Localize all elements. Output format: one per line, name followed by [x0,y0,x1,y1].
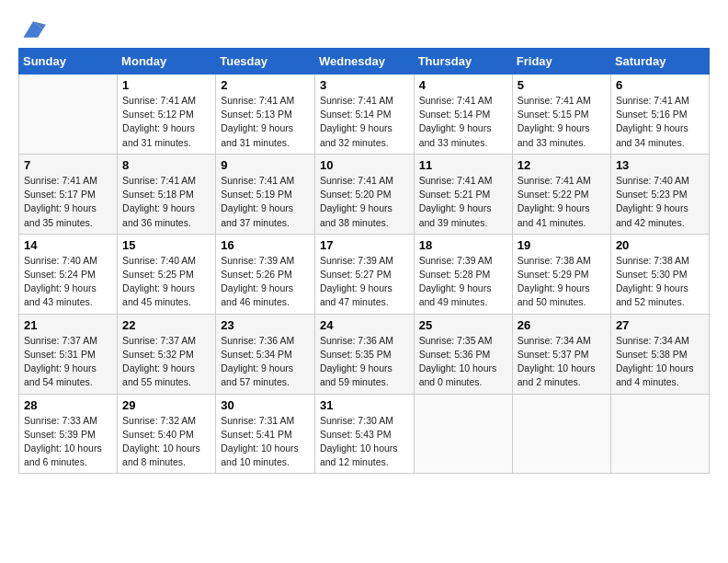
day-info: Sunrise: 7:41 AMSunset: 5:18 PMDaylight:… [122,174,210,230]
day-number: 24 [320,318,409,332]
day-number: 21 [24,318,112,332]
calendar-cell: 3Sunrise: 7:41 AMSunset: 5:14 PMDaylight… [314,75,414,155]
calendar-cell: 2Sunrise: 7:41 AMSunset: 5:13 PMDaylight… [216,75,315,155]
day-info: Sunrise: 7:39 AMSunset: 5:27 PMDaylight:… [320,254,409,310]
calendar-cell: 13Sunrise: 7:40 AMSunset: 5:23 PMDayligh… [610,154,709,234]
day-number: 8 [122,158,210,172]
day-number: 12 [518,158,606,172]
calendar-cell: 24Sunrise: 7:36 AMSunset: 5:35 PMDayligh… [314,314,414,394]
calendar-cell: 6Sunrise: 7:41 AMSunset: 5:16 PMDaylight… [610,75,709,155]
day-info: Sunrise: 7:41 AMSunset: 5:14 PMDaylight:… [320,94,409,150]
day-number: 29 [122,398,210,412]
calendar-cell: 11Sunrise: 7:41 AMSunset: 5:21 PMDayligh… [414,154,512,234]
day-info: Sunrise: 7:31 AMSunset: 5:41 PMDaylight:… [221,414,310,470]
calendar-week-row: 21Sunrise: 7:37 AMSunset: 5:31 PMDayligh… [19,314,710,394]
day-info: Sunrise: 7:36 AMSunset: 5:35 PMDaylight:… [320,334,409,390]
col-header-thursday: Thursday [414,49,512,75]
calendar-cell [19,75,118,155]
day-info: Sunrise: 7:40 AMSunset: 5:25 PMDaylight:… [122,254,210,310]
col-header-tuesday: Tuesday [216,49,315,75]
calendar-cell: 15Sunrise: 7:40 AMSunset: 5:25 PMDayligh… [118,234,216,314]
day-info: Sunrise: 7:39 AMSunset: 5:28 PMDaylight:… [419,254,507,310]
day-number: 30 [221,398,310,412]
col-header-sunday: Sunday [19,49,118,75]
calendar-cell: 1Sunrise: 7:41 AMSunset: 5:12 PMDaylight… [118,75,216,155]
day-number: 4 [419,78,507,92]
day-info: Sunrise: 7:41 AMSunset: 5:21 PMDaylight:… [419,174,507,230]
day-number: 16 [221,238,310,252]
calendar-cell [512,394,610,474]
day-number: 31 [320,398,409,412]
day-info: Sunrise: 7:41 AMSunset: 5:15 PMDaylight:… [518,94,606,150]
day-number: 5 [518,78,606,92]
day-info: Sunrise: 7:30 AMSunset: 5:43 PMDaylight:… [320,414,409,470]
day-number: 17 [320,238,409,252]
calendar-cell: 20Sunrise: 7:38 AMSunset: 5:30 PMDayligh… [610,234,709,314]
header [18,17,710,39]
col-header-wednesday: Wednesday [314,49,414,75]
day-info: Sunrise: 7:32 AMSunset: 5:40 PMDaylight:… [122,414,210,470]
calendar-week-row: 28Sunrise: 7:33 AMSunset: 5:39 PMDayligh… [19,394,710,474]
day-info: Sunrise: 7:41 AMSunset: 5:17 PMDaylight:… [24,174,112,230]
calendar-cell: 27Sunrise: 7:34 AMSunset: 5:38 PMDayligh… [610,314,709,394]
day-number: 19 [518,238,606,252]
day-number: 13 [616,158,704,172]
calendar-cell: 7Sunrise: 7:41 AMSunset: 5:17 PMDaylight… [19,154,118,234]
calendar-cell: 16Sunrise: 7:39 AMSunset: 5:26 PMDayligh… [216,234,315,314]
day-info: Sunrise: 7:33 AMSunset: 5:39 PMDaylight:… [24,414,112,470]
calendar-cell: 26Sunrise: 7:34 AMSunset: 5:37 PMDayligh… [512,314,610,394]
calendar-header-row: SundayMondayTuesdayWednesdayThursdayFrid… [19,49,710,75]
day-number: 18 [419,238,507,252]
calendar-cell: 4Sunrise: 7:41 AMSunset: 5:14 PMDaylight… [414,75,512,155]
day-info: Sunrise: 7:41 AMSunset: 5:19 PMDaylight:… [221,174,310,230]
calendar-cell [414,394,512,474]
calendar-cell: 5Sunrise: 7:41 AMSunset: 5:15 PMDaylight… [512,75,610,155]
col-header-saturday: Saturday [610,49,709,75]
logo [18,17,46,39]
calendar-cell: 18Sunrise: 7:39 AMSunset: 5:28 PMDayligh… [414,234,512,314]
calendar-cell: 8Sunrise: 7:41 AMSunset: 5:18 PMDaylight… [118,154,216,234]
day-number: 10 [320,158,409,172]
day-info: Sunrise: 7:34 AMSunset: 5:37 PMDaylight:… [518,334,606,390]
calendar-week-row: 1Sunrise: 7:41 AMSunset: 5:12 PMDaylight… [19,75,710,155]
day-number: 22 [122,318,210,332]
day-number: 20 [616,238,704,252]
calendar-cell: 12Sunrise: 7:41 AMSunset: 5:22 PMDayligh… [512,154,610,234]
calendar-cell: 10Sunrise: 7:41 AMSunset: 5:20 PMDayligh… [314,154,414,234]
calendar-cell: 23Sunrise: 7:36 AMSunset: 5:34 PMDayligh… [216,314,315,394]
logo-icon [20,17,46,42]
day-number: 9 [221,158,310,172]
day-number: 3 [320,78,409,92]
day-number: 28 [24,398,112,412]
day-info: Sunrise: 7:41 AMSunset: 5:20 PMDaylight:… [320,174,409,230]
day-number: 15 [122,238,210,252]
calendar-cell: 31Sunrise: 7:30 AMSunset: 5:43 PMDayligh… [314,394,414,474]
day-info: Sunrise: 7:40 AMSunset: 5:24 PMDaylight:… [24,254,112,310]
calendar-cell: 19Sunrise: 7:38 AMSunset: 5:29 PMDayligh… [512,234,610,314]
day-number: 23 [221,318,310,332]
calendar-cell: 21Sunrise: 7:37 AMSunset: 5:31 PMDayligh… [19,314,118,394]
col-header-friday: Friday [512,49,610,75]
col-header-monday: Monday [118,49,216,75]
page: SundayMondayTuesdayWednesdayThursdayFrid… [0,0,728,563]
calendar-cell: 25Sunrise: 7:35 AMSunset: 5:36 PMDayligh… [414,314,512,394]
day-info: Sunrise: 7:41 AMSunset: 5:12 PMDaylight:… [122,94,210,150]
calendar-week-row: 7Sunrise: 7:41 AMSunset: 5:17 PMDaylight… [19,154,710,234]
day-number: 25 [419,318,507,332]
day-info: Sunrise: 7:37 AMSunset: 5:32 PMDaylight:… [122,334,210,390]
day-number: 1 [122,78,210,92]
day-number: 6 [616,78,704,92]
calendar-cell: 17Sunrise: 7:39 AMSunset: 5:27 PMDayligh… [314,234,414,314]
day-number: 27 [616,318,704,332]
day-info: Sunrise: 7:38 AMSunset: 5:29 PMDaylight:… [518,254,606,310]
calendar-table: SundayMondayTuesdayWednesdayThursdayFrid… [18,48,710,474]
calendar-cell: 29Sunrise: 7:32 AMSunset: 5:40 PMDayligh… [118,394,216,474]
day-info: Sunrise: 7:36 AMSunset: 5:34 PMDaylight:… [221,334,310,390]
day-number: 11 [419,158,507,172]
day-info: Sunrise: 7:41 AMSunset: 5:14 PMDaylight:… [419,94,507,150]
calendar-cell [610,394,709,474]
day-info: Sunrise: 7:39 AMSunset: 5:26 PMDaylight:… [221,254,310,310]
day-info: Sunrise: 7:41 AMSunset: 5:22 PMDaylight:… [518,174,606,230]
calendar-cell: 9Sunrise: 7:41 AMSunset: 5:19 PMDaylight… [216,154,315,234]
day-number: 14 [24,238,112,252]
